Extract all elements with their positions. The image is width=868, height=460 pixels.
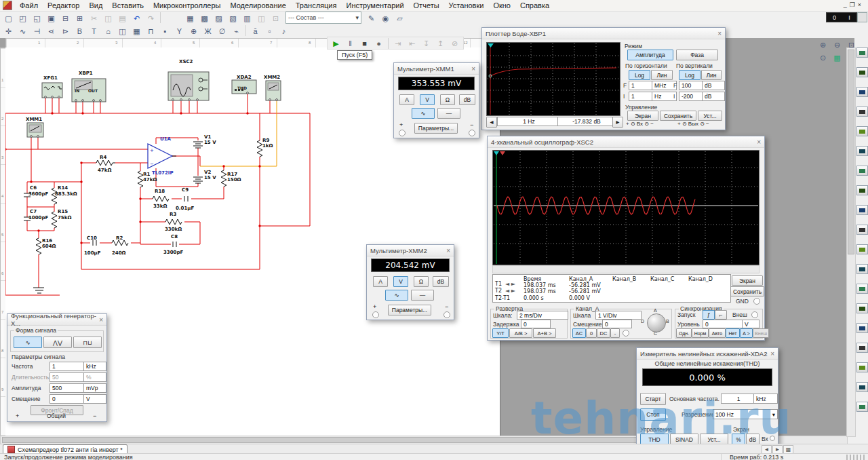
composition-dropdown[interactable]: --- Состав ---▾ xyxy=(285,12,361,24)
breakpoint-icon[interactable]: ⊘ xyxy=(448,39,462,50)
pause-simulation-button[interactable]: ‖ xyxy=(343,38,357,49)
grapher-icon[interactable]: ⊡ xyxy=(269,13,283,24)
amplitude-unit[interactable]: mVp xyxy=(83,383,106,393)
menu-Файл[interactable]: Файл xyxy=(15,1,43,10)
place-advanced-peripherals-icon[interactable]: ◫ xyxy=(115,26,130,37)
agilent-fgen-button[interactable] xyxy=(856,323,868,333)
bode-plotter-window[interactable]: Плоттер Боде-XBP1× ◄ 1 Hz -17.832 dB ► Р… xyxy=(481,27,726,130)
multimeter-xmm1-window[interactable]: Мультиметр-XMM1× 353.553 mV A V Ω dB ∿ —… xyxy=(393,62,479,138)
dc-button[interactable]: DC xyxy=(597,328,610,338)
v-scroll-thumb[interactable] xyxy=(848,50,854,254)
multimeter-xmm2-window[interactable]: Мультиметр-XMM2× 204.542 mV A V Ω dB ∿ —… xyxy=(366,244,454,320)
rising-edge-button[interactable]: ƒ xyxy=(703,310,715,320)
spectrum-analyzer-button[interactable] xyxy=(856,284,868,294)
none-button[interactable]: Нет xyxy=(726,328,740,338)
volt-button[interactable]: V xyxy=(393,276,408,287)
close-icon[interactable]: × xyxy=(99,316,103,324)
zoom-out-icon[interactable]: ⊖ xyxy=(830,40,844,51)
place-power-icon[interactable]: Y xyxy=(172,26,186,37)
place-mixed-icon[interactable]: ⊓ xyxy=(144,26,158,37)
oscilloscope-window[interactable]: 4-хканальный осциллограф-XSC2× T1T2T2-T1 xyxy=(487,136,765,341)
close-icon[interactable]: × xyxy=(757,138,761,146)
step-out-icon[interactable]: ↧ xyxy=(419,39,433,50)
timebase-scale-field[interactable]: 2 ms/Div xyxy=(517,311,568,320)
step-over-icon[interactable]: ⇤ xyxy=(405,39,419,50)
measurement-probe-button[interactable] xyxy=(856,402,868,412)
offset-unit[interactable]: V xyxy=(83,394,106,404)
copy-icon[interactable]: ◫ xyxy=(101,13,115,24)
yt-button[interactable]: Y/T xyxy=(492,328,509,338)
falling-edge-button[interactable]: ⌐ xyxy=(715,310,727,320)
h-lin-button[interactable]: Лин xyxy=(651,70,673,80)
menu-Инструментарий[interactable]: Инструментарий xyxy=(341,1,408,10)
input-jack[interactable] xyxy=(770,436,775,441)
distortion-analyzer-window[interactable]: Измеритель нелинейных искажений-XDA2× Об… xyxy=(636,347,778,448)
cursor-right-button[interactable]: ► xyxy=(612,117,623,128)
cursor-left-button[interactable]: ◄ xyxy=(486,117,497,128)
ohm-button[interactable]: Ω xyxy=(440,94,455,105)
oscilloscope-button[interactable] xyxy=(856,107,868,117)
minus-button[interactable]: - xyxy=(610,328,620,338)
word-generator-button[interactable] xyxy=(856,185,868,195)
bode-title-bar[interactable]: Плоттер Боде-XBP1× xyxy=(482,28,725,39)
minus-jack[interactable] xyxy=(443,311,450,318)
db-button[interactable]: dB xyxy=(433,276,449,287)
amplitude-button[interactable]: Амплитуда xyxy=(627,50,673,60)
auto-button[interactable]: Авто xyxy=(709,328,726,338)
amplitude-field[interactable]: 500 xyxy=(50,383,86,393)
menu-Отчеты[interactable]: Отчеты xyxy=(409,1,444,10)
scope-title-bar[interactable]: 4-хканальный осциллограф-XSC2× xyxy=(488,136,764,148)
minimize-button[interactable]: _ xyxy=(844,1,850,8)
duty-unit[interactable]: % xyxy=(83,372,106,382)
wattmeter-button[interactable] xyxy=(856,87,868,97)
offset-field[interactable]: 0 xyxy=(50,394,86,404)
dc-mode-button[interactable]: — xyxy=(437,108,460,119)
zoom-fit-icon[interactable]: ⊙ xyxy=(816,52,830,63)
description-box-icon[interactable]: ◫ xyxy=(254,13,269,24)
square-wave-button[interactable]: ⊓⊔ xyxy=(73,337,102,348)
parameters-button[interactable]: Параметры... xyxy=(388,305,431,315)
menu-Трансляция[interactable]: Трансляция xyxy=(291,1,342,10)
close-icon[interactable]: × xyxy=(446,247,450,254)
zero-button[interactable]: 0 xyxy=(586,328,597,338)
parameters-button[interactable]: Параметры... xyxy=(414,123,458,134)
place-comment-icon[interactable]: ▫ xyxy=(262,26,277,37)
close-icon[interactable]: × xyxy=(717,30,722,37)
menu-Окно[interactable]: Окно xyxy=(488,1,515,10)
h-log-button[interactable]: Log xyxy=(629,70,650,80)
ac-mode-button[interactable]: ∿ xyxy=(412,108,435,119)
fullscreen-icon[interactable]: ▦ xyxy=(830,52,844,63)
frequency-unit[interactable]: kHz xyxy=(83,362,106,371)
print-preview-icon[interactable]: ⊞ xyxy=(73,13,87,24)
fundamental-freq-field[interactable]: 1 xyxy=(721,394,756,404)
frequency-counter-button[interactable] xyxy=(856,166,868,176)
ext-trigger-button[interactable]: Внеш xyxy=(753,328,769,338)
place-mcu-icon[interactable]: ⌂ xyxy=(101,26,115,37)
zoom-area-icon[interactable]: ⊡ xyxy=(844,40,859,51)
plus-jack[interactable] xyxy=(399,130,406,136)
db-button[interactable]: dB xyxy=(459,94,475,105)
tektronix-oscilloscope-button[interactable] xyxy=(856,382,868,392)
place-transistor-icon[interactable]: ⋖ xyxy=(44,26,58,37)
frequency-field[interactable]: 1 xyxy=(50,362,86,371)
stop-button[interactable]: Стоп xyxy=(640,408,666,421)
xmm1-title-bar[interactable]: Мультиметр-XMM1× xyxy=(394,63,479,75)
distortion-analyzer-button[interactable] xyxy=(856,264,868,274)
a-plus-b-button[interactable]: A+B > xyxy=(533,328,556,338)
record-button[interactable]: ● xyxy=(372,38,386,49)
function-generator-button[interactable] xyxy=(856,67,868,77)
normal-button[interactable]: Норм xyxy=(692,328,709,338)
open-file-icon[interactable]: ◰ xyxy=(16,13,30,24)
redo-icon[interactable]: ↷ xyxy=(144,13,158,24)
cut-icon[interactable]: ✂ xyxy=(87,13,101,24)
database-manager-icon[interactable]: ◉ xyxy=(378,13,393,24)
function-generator-window[interactable]: Функциональный генератор-X...× Форма сиг… xyxy=(7,313,107,422)
save-icon[interactable]: ▣ xyxy=(44,13,58,24)
ampere-button[interactable]: A xyxy=(399,94,414,105)
place-text-icon[interactable]: ā xyxy=(248,26,262,37)
place-indicator-icon[interactable]: ▪ xyxy=(158,26,172,37)
place-analog-icon[interactable]: ⊳ xyxy=(58,26,73,37)
v-log-button[interactable]: Log xyxy=(679,70,701,80)
menu-Установки[interactable]: Установки xyxy=(444,1,489,10)
delay-field[interactable]: 0 xyxy=(521,320,551,328)
